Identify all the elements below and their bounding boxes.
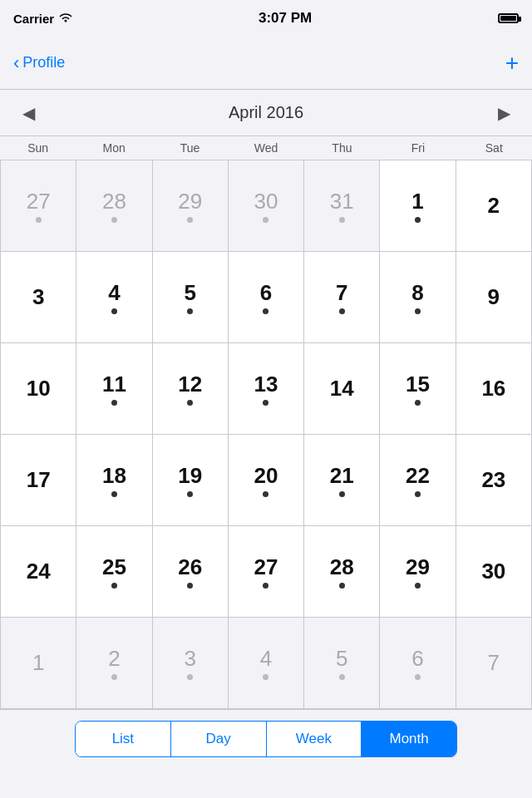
calendar-day-cell[interactable]: 21 [304,435,380,526]
calendar-day-cell[interactable]: 27 [229,526,304,618]
calendar-day-cell[interactable]: 10 [1,343,76,435]
day-number: 31 [330,189,354,214]
calendar-day-cell[interactable]: 19 [153,435,229,526]
calendar-day-cell[interactable]: 5 [153,252,229,343]
day-number: 4 [260,646,272,672]
calendar-day-cell[interactable]: 27 [1,160,76,252]
calendar-day-cell[interactable]: 13 [229,343,304,435]
calendar-day-cell[interactable]: 7 [304,252,380,343]
calendar-day-cell[interactable]: 26 [153,526,229,618]
event-dot [111,674,117,680]
calendar-day-cell[interactable]: 8 [380,252,456,343]
calendar-day-cell[interactable]: 12 [153,343,229,435]
calendar-day-cell[interactable]: 30 [229,160,304,252]
tab-button-month[interactable]: Month [362,722,456,756]
tab-button-list[interactable]: List [76,722,171,756]
event-dot [339,308,345,314]
calendar-day-cell[interactable]: 2 [456,160,532,252]
event-dot [415,491,421,497]
day-headers: SunMonTueWedThuFriSat [0,136,532,160]
calendar-day-cell[interactable]: 4 [229,618,304,709]
prev-month-button[interactable]: ◀ [13,98,43,128]
back-button[interactable]: ‹ Profile [13,54,65,72]
calendar-day-cell[interactable]: 3 [153,618,229,709]
day-number: 20 [254,463,278,489]
day-header-cell: Mon [76,136,151,160]
calendar-day-cell[interactable]: 18 [76,435,152,526]
calendar-day-cell[interactable]: 2 [76,618,152,709]
day-number: 8 [411,280,423,306]
day-number: 17 [27,467,51,493]
day-number: 19 [178,463,202,489]
day-number: 13 [254,372,278,397]
next-month-button[interactable]: ▶ [489,98,519,128]
calendar-day-cell[interactable]: 28 [76,160,152,252]
event-dot [111,491,117,497]
calendar-day-cell[interactable]: 28 [304,526,380,618]
day-number: 27 [27,189,51,214]
event-dot [415,674,421,680]
calendar-day-cell[interactable]: 9 [456,252,532,343]
calendar-day-cell[interactable]: 1 [380,160,456,252]
day-number: 28 [102,189,126,214]
calendar-day-cell[interactable]: 30 [456,526,532,618]
day-number: 23 [481,467,505,493]
day-number: 10 [27,376,51,401]
event-dot [263,400,268,406]
calendar-day-cell[interactable]: 25 [76,526,152,618]
day-number: 27 [254,554,278,580]
event-dot [111,400,117,406]
calendar-day-cell[interactable]: 15 [380,343,456,435]
calendar-day-cell[interactable]: 17 [1,435,76,526]
tab-button-week[interactable]: Week [267,722,362,756]
day-header-cell: Tue [152,136,228,160]
calendar-day-cell[interactable]: 24 [1,526,76,618]
day-number: 7 [488,650,500,676]
event-dot [339,491,345,497]
calendar-day-cell[interactable]: 4 [76,252,152,343]
day-number: 1 [32,650,44,676]
battery-icon [498,13,519,23]
day-number: 16 [481,376,505,401]
calendar-day-cell[interactable]: 11 [76,343,152,435]
tab-button-day[interactable]: Day [171,722,267,756]
event-dot [111,217,117,223]
day-number: 9 [488,284,500,310]
status-right [498,13,519,23]
calendar-grid: 2728293031123456789101112131415161718192… [0,160,532,709]
event-dot [415,308,421,314]
calendar-day-cell[interactable]: 20 [229,435,304,526]
event-dot [339,674,345,680]
calendar-day-cell[interactable]: 29 [153,160,229,252]
event-dot [263,308,268,314]
tab-bar: ListDayWeekMonth [0,709,532,767]
calendar-day-cell[interactable]: 31 [304,160,380,252]
event-dot [263,583,268,589]
back-chevron-icon: ‹ [13,54,19,72]
event-dot [187,583,193,589]
calendar-day-cell[interactable]: 23 [456,435,532,526]
event-dot [111,583,117,589]
calendar-day-cell[interactable]: 6 [380,618,456,709]
calendar-day-cell[interactable]: 29 [380,526,456,618]
event-dot [111,308,117,314]
day-number: 3 [32,284,44,310]
calendar-day-cell[interactable]: 14 [304,343,380,435]
add-button[interactable]: + [505,52,519,75]
calendar-day-cell[interactable]: 5 [304,618,380,709]
day-number: 28 [330,554,354,580]
day-number: 22 [406,463,430,489]
calendar-day-cell[interactable]: 6 [229,252,304,343]
event-dot [415,217,421,223]
day-number: 29 [178,189,202,214]
calendar-day-cell[interactable]: 3 [1,252,76,343]
day-number: 30 [481,559,505,584]
day-number: 2 [488,193,500,219]
calendar-day-cell[interactable]: 22 [380,435,456,526]
calendar-day-cell[interactable]: 7 [456,618,532,709]
day-number: 15 [406,372,430,397]
calendar-day-cell[interactable]: 16 [456,343,532,435]
day-number: 11 [102,372,126,397]
calendar-day-cell[interactable]: 1 [1,618,76,709]
day-number: 25 [102,554,126,580]
